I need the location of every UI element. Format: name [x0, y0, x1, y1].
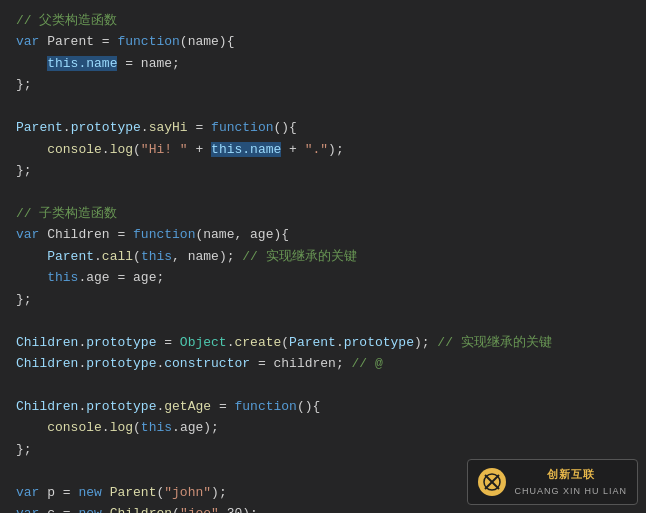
code-line-6: Parent.prototype.sayHi = function(){: [16, 117, 630, 138]
code-line-15: [16, 310, 630, 331]
logo-icon: [483, 473, 501, 491]
watermark-brand-en: CHUANG XIN HU LIAN: [514, 484, 627, 498]
this-name-highlight: this.name: [47, 56, 117, 71]
code-line-8: };: [16, 160, 630, 181]
code-line-21: };: [16, 439, 630, 460]
code-line-16: Children.prototype = Object.create(Paren…: [16, 332, 630, 353]
code-editor: // 父类构造函数 var Parent = function(name){ t…: [0, 0, 646, 513]
code-line-2: var Parent = function(name){: [16, 31, 630, 52]
code-line-17: Children.prototype.constructor = childre…: [16, 353, 630, 374]
code-line-5: [16, 96, 630, 117]
code-line-18: [16, 374, 630, 395]
watermark: 创新互联 CHUANG XIN HU LIAN: [467, 459, 638, 505]
code-line-3: this.name = name;: [16, 53, 630, 74]
code-line-19: Children.prototype.getAge = function(){: [16, 396, 630, 417]
code-line-11: var Children = function(name, age){: [16, 224, 630, 245]
watermark-brand-cn: 创新互联: [547, 466, 595, 484]
code-line-1: // 父类构造函数: [16, 10, 630, 31]
code-line-13: this.age = age;: [16, 267, 630, 288]
code-line-20: console.log(this.age);: [16, 417, 630, 438]
watermark-logo: [478, 468, 506, 496]
watermark-text: 创新互联 CHUANG XIN HU LIAN: [514, 466, 627, 498]
code-line-4: };: [16, 74, 630, 95]
code-line-12: Parent.call(this, name); // 实现继承的关键: [16, 246, 630, 267]
code-line-10: // 子类构造函数: [16, 203, 630, 224]
code-line-14: };: [16, 289, 630, 310]
code-line-9: [16, 182, 630, 203]
code-line-7: console.log("Hi! " + this.name + ".");: [16, 139, 630, 160]
